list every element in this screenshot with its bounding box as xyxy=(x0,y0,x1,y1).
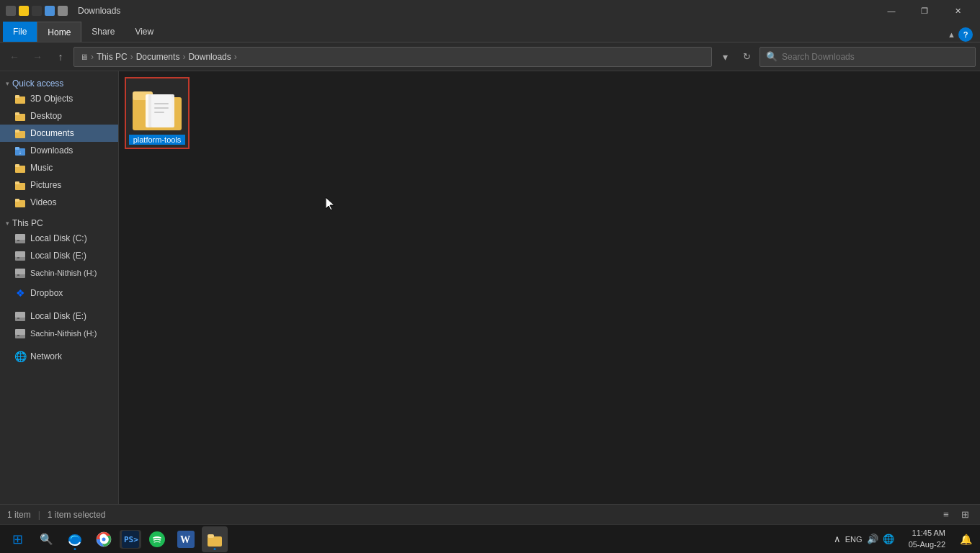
tray-language-label: ENG xyxy=(845,535,863,544)
svg-rect-14 xyxy=(15,199,19,202)
minimize-button[interactable]: — xyxy=(875,0,908,22)
quickaccess-chevron: ▾ xyxy=(6,80,9,87)
sidebar-section-thispc[interactable]: ▾ This PC xyxy=(0,214,118,230)
sidebar-item-downloads[interactable]: ↓ Downloads xyxy=(0,142,118,159)
title-icon-3 xyxy=(32,6,42,16)
clock[interactable]: 11:45 AM 05-Aug-22 xyxy=(904,528,950,550)
folder-music-icon xyxy=(14,162,26,174)
tab-share[interactable]: Share xyxy=(81,22,125,42)
sidebar-item-3dobjects[interactable]: 3D Objects xyxy=(0,90,118,107)
sidebar-item-dropbox[interactable]: ❖ Dropbox xyxy=(0,284,118,302)
fileexplorer-active-dot xyxy=(214,548,216,550)
taskbar-search-button[interactable]: 🔍 xyxy=(33,526,59,552)
folder-downloads-icon: ↓ xyxy=(14,145,26,156)
taskbar-word-button[interactable]: W xyxy=(173,526,199,552)
window-controls: — ❐ ✕ xyxy=(875,0,974,22)
breadcrumb-thispc[interactable]: This PC xyxy=(97,52,128,62)
sidebar-item-sachin-h[interactable]: Sachin-Nithish (H:) xyxy=(0,325,118,342)
sidebar-section-quickaccess[interactable]: ▾ Quick access xyxy=(0,74,118,90)
search-box[interactable]: 🔍 Search Downloads xyxy=(760,47,976,67)
sidebar-item-label-dropbox: Dropbox xyxy=(30,288,63,298)
tab-view[interactable]: View xyxy=(125,22,164,42)
sidebar-item-label-localdisk-e: Local Disk (E:) xyxy=(30,311,86,321)
maximize-button[interactable]: ❐ xyxy=(908,0,941,22)
content-area: platform-tools xyxy=(119,71,980,513)
taskbar-fileexplorer-button[interactable] xyxy=(202,526,228,552)
folder-item-platform-tools[interactable]: platform-tools xyxy=(125,77,190,149)
svg-rect-28 xyxy=(15,329,25,335)
help-icon[interactable]: ? xyxy=(958,27,973,42)
sidebar-item-label-network: Network xyxy=(30,351,62,361)
taskbar-spotify-button[interactable] xyxy=(144,526,170,552)
svg-rect-25 xyxy=(15,312,25,318)
sidebar-item-localdisk-c[interactable]: Local Disk (C:) xyxy=(0,230,118,247)
tray-speaker-icon[interactable]: 🔊 xyxy=(867,534,878,544)
svg-rect-3 xyxy=(15,112,19,115)
sidebar-item-label-desktop: Desktop xyxy=(30,111,62,121)
svg-text:W: W xyxy=(180,534,190,545)
word-icon: W xyxy=(173,526,199,552)
close-button[interactable]: ✕ xyxy=(941,0,974,22)
title-icon-2 xyxy=(19,6,29,16)
chrome-icon xyxy=(91,526,117,552)
sidebar-item-documents[interactable]: Documents xyxy=(0,125,118,142)
tab-file[interactable]: File xyxy=(3,22,37,42)
taskbar-terminal-button[interactable]: PS> xyxy=(120,530,141,549)
sidebar-item-label-sachin-thispc: Sachin-Nithish (H:) xyxy=(30,269,97,277)
sidebar-item-network[interactable]: 🌐 Network xyxy=(0,348,118,365)
back-button[interactable]: ← xyxy=(4,47,24,67)
dropbox-icon: ❖ xyxy=(14,287,26,299)
svg-rect-10 xyxy=(15,164,19,167)
dropdown-button[interactable]: ▾ xyxy=(715,47,735,67)
sidebar-item-localdisk-e-thispc[interactable]: Local Disk (E:) xyxy=(0,247,118,264)
tray-expand-icon[interactable]: ∧ xyxy=(834,534,841,544)
tray-network-icon[interactable]: 🌐 xyxy=(883,534,894,544)
drive-h-thispc-icon xyxy=(14,267,26,279)
start-button[interactable]: ⊞ xyxy=(4,526,30,552)
details-view-button[interactable]: ≡ xyxy=(938,507,954,523)
sidebar-item-desktop[interactable]: Desktop xyxy=(0,107,118,125)
sidebar-item-label-videos: Videos xyxy=(30,197,56,207)
forward-button[interactable]: → xyxy=(27,47,48,67)
address-box[interactable]: 🖥 › This PC › Documents › Downloads › xyxy=(74,47,712,67)
svg-rect-26 xyxy=(17,318,19,319)
taskbar-edge-button[interactable] xyxy=(62,526,88,552)
terminal-icon: PS> xyxy=(120,530,141,549)
drive-e-thispc-icon xyxy=(14,250,26,261)
title-icon-1 xyxy=(6,6,16,16)
svg-text:PS>: PS> xyxy=(124,535,138,544)
folder-pictures-icon xyxy=(14,179,26,191)
title-icon-4 xyxy=(45,6,55,16)
search-icon: 🔍 xyxy=(766,51,778,62)
breadcrumb-downloads[interactable]: Downloads xyxy=(188,52,231,62)
title-bar-icons xyxy=(6,6,68,16)
svg-rect-19 xyxy=(15,251,25,257)
up-button[interactable]: ↑ xyxy=(50,47,71,67)
sidebar-label-quickaccess: Quick access xyxy=(12,78,63,89)
sidebar-item-label-documents: Documents xyxy=(30,128,74,138)
sidebar-item-sachin-thispc[interactable]: Sachin-Nithish (H:) xyxy=(0,264,118,282)
search-placeholder: Search Downloads xyxy=(782,52,855,62)
sidebar-item-label-localdisk-e-thispc: Local Disk (E:) xyxy=(30,251,86,261)
notification-button[interactable]: 🔔 xyxy=(956,529,976,549)
ribbon-expand-icon[interactable]: ▲ xyxy=(948,30,956,39)
refresh-button[interactable]: ↻ xyxy=(736,47,757,67)
sidebar-item-label-pictures: Pictures xyxy=(30,180,61,190)
sidebar-item-localdisk-e[interactable]: Local Disk (E:) xyxy=(0,307,118,325)
breadcrumb-sep-1: › xyxy=(91,52,94,62)
svg-rect-35 xyxy=(154,103,169,104)
network-icon: 🌐 xyxy=(14,351,26,362)
sidebar-item-pictures[interactable]: Pictures xyxy=(0,176,118,194)
svg-rect-36 xyxy=(154,107,169,109)
breadcrumb-documents[interactable]: Documents xyxy=(136,52,180,62)
svg-rect-16 xyxy=(15,234,25,240)
tab-home[interactable]: Home xyxy=(37,22,81,42)
large-icons-view-button[interactable]: ⊞ xyxy=(957,507,973,523)
sidebar-item-label-downloads: Downloads xyxy=(30,145,73,156)
drive-c-icon xyxy=(14,233,26,244)
sidebar-item-music[interactable]: Music xyxy=(0,159,118,176)
taskbar: ⊞ 🔍 xyxy=(0,524,980,553)
taskbar-chrome-button[interactable] xyxy=(91,526,117,552)
sidebar-item-videos[interactable]: Videos xyxy=(0,194,118,211)
status-items-count: 1 item xyxy=(7,510,31,520)
